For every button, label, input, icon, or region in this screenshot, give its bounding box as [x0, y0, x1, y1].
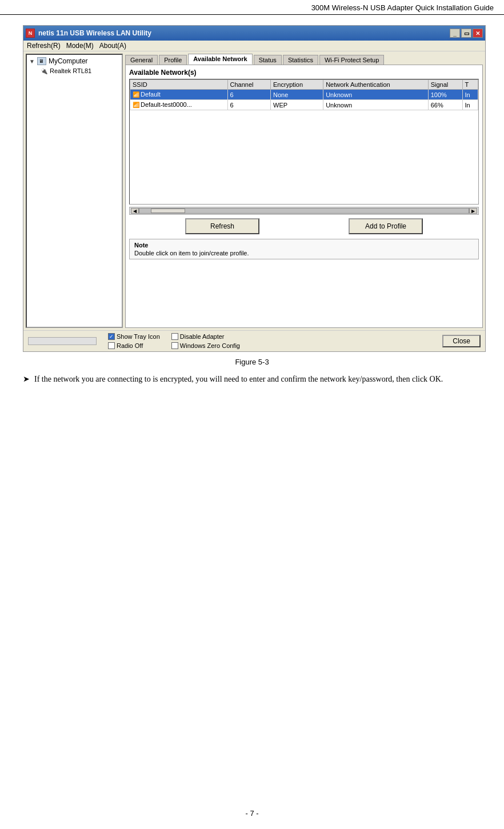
network-list-container[interactable]: SSID Channel Encryption Network Authenti… — [129, 79, 479, 205]
network-icon: 📶 — [133, 91, 139, 98]
tab-content-available-network: Available Network(s) SSID Channel Encryp… — [125, 65, 483, 328]
col-channel: Channel — [227, 80, 271, 90]
bullet-arrow: ➤ — [23, 374, 30, 384]
tree-leaf-icon: 🔌 — [41, 68, 47, 74]
cell-auth: Unknown — [323, 100, 429, 110]
wzc-label: Windows Zero Config — [180, 342, 240, 349]
bottom-bar: ✓ Show Tray Icon Radio Off Disable Adapt… — [23, 330, 485, 351]
cell-auth: Unknown — [323, 90, 429, 100]
tab-general[interactable]: General — [125, 55, 158, 65]
radio-off-option[interactable]: Radio Off — [108, 342, 160, 349]
page-header: 300M Wireless-N USB Adapter Quick Instal… — [0, 0, 504, 15]
tree-expand-icon: ▼ — [29, 58, 35, 65]
body-paragraph: ➤ If the network you are connecting to i… — [23, 373, 481, 391]
cell-type: In — [462, 90, 478, 100]
col-ssid: SSID — [130, 80, 228, 90]
horizontal-scrollbar[interactable]: ◀ ▶ — [129, 207, 479, 215]
tab-bar: General Profile Available Network Status… — [125, 54, 483, 65]
radio-off-label: Radio Off — [117, 342, 143, 349]
close-window-button[interactable]: ✕ — [473, 29, 483, 38]
tab-statistics[interactable]: Statistics — [283, 55, 318, 65]
table-row[interactable]: 📶Default 6 None Unknown 100% In — [130, 90, 478, 100]
tree-root-label: MyComputer — [49, 57, 88, 65]
cell-ssid: 📶Default — [130, 90, 228, 100]
table-row[interactable]: 📶Default-test0000... 6 WEP Unknown 66% I… — [130, 100, 478, 110]
tab-profile[interactable]: Profile — [159, 55, 187, 65]
menu-bar: Refresh(R) Mode(M) About(A) — [23, 41, 485, 51]
cell-signal: 66% — [428, 100, 462, 110]
cell-encryption: WEP — [271, 100, 323, 110]
note-title: Note — [134, 242, 474, 249]
cell-channel: 6 — [227, 90, 271, 100]
show-tray-icon-label: Show Tray Icon — [117, 333, 160, 340]
tree-child-item[interactable]: 🔌 Realtek RTL81 — [41, 67, 119, 74]
page-footer: - 7 - — [0, 809, 504, 818]
scroll-thumb[interactable] — [151, 209, 185, 213]
tree-root-item[interactable]: ▼ 🖥 MyComputer — [29, 57, 119, 65]
note-text: Double click on item to join/create prof… — [134, 250, 474, 257]
show-tray-icon-checkbox[interactable]: ✓ — [108, 333, 115, 340]
wzc-option[interactable]: Windows Zero Config — [171, 342, 240, 349]
screenshot-window: N netis 11n USB Wireless LAN Utility _ ▭… — [23, 25, 486, 352]
network-table: SSID Channel Encryption Network Authenti… — [130, 79, 478, 110]
cell-type: In — [462, 100, 478, 110]
restore-button[interactable]: ▭ — [461, 29, 471, 38]
cell-signal: 100% — [428, 90, 462, 100]
action-buttons: Refresh Add to Profile — [129, 215, 479, 238]
col-auth: Network Authentication — [323, 80, 429, 90]
col-encryption: Encryption — [271, 80, 323, 90]
col-signal: Signal — [428, 80, 462, 90]
close-button[interactable]: Close — [442, 335, 481, 347]
note-section: Note Double click on item to join/create… — [129, 239, 479, 259]
disable-adapter-label: Disable Adapter — [180, 333, 225, 340]
disable-adapter-checkbox[interactable] — [171, 333, 178, 340]
cell-ssid: 📶Default-test0000... — [130, 100, 228, 110]
wzc-checkbox[interactable] — [171, 342, 178, 349]
show-tray-icon-option[interactable]: ✓ Show Tray Icon — [108, 333, 160, 340]
window-titlebar: N netis 11n USB Wireless LAN Utility _ ▭… — [23, 26, 485, 41]
menu-refresh[interactable]: Refresh(R) — [27, 42, 61, 50]
right-panel: General Profile Available Network Status… — [125, 54, 483, 328]
cell-channel: 6 — [227, 100, 271, 110]
available-networks-title: Available Network(s) — [129, 69, 479, 77]
col-type: T — [462, 80, 478, 90]
bottom-scrollbar[interactable] — [28, 337, 97, 345]
disable-adapter-option[interactable]: Disable Adapter — [171, 333, 240, 340]
network-icon: 📶 — [133, 102, 139, 109]
computer-icon: 🖥 — [37, 57, 46, 65]
cell-encryption: None — [271, 90, 323, 100]
tree-child-label: Realtek RTL81 — [50, 67, 91, 74]
add-to-profile-button[interactable]: Add to Profile — [349, 218, 423, 234]
window-title: netis 11n USB Wireless LAN Utility — [38, 29, 450, 37]
menu-about[interactable]: About(A) — [99, 42, 126, 50]
figure-caption: Figure 5-3 — [23, 358, 481, 366]
tab-status[interactable]: Status — [254, 55, 282, 65]
menu-mode[interactable]: Mode(M) — [66, 42, 94, 50]
radio-off-checkbox[interactable] — [108, 342, 115, 349]
scroll-track[interactable] — [139, 208, 469, 214]
window-controls: _ ▭ ✕ — [450, 29, 483, 38]
tab-available-network[interactable]: Available Network — [188, 54, 252, 65]
device-tree: ▼ 🖥 MyComputer 🔌 Realtek RTL81 — [26, 54, 123, 328]
refresh-button[interactable]: Refresh — [185, 218, 259, 234]
scroll-right-button[interactable]: ▶ — [469, 208, 477, 214]
scroll-left-button[interactable]: ◀ — [131, 208, 139, 214]
tab-wifi-protect[interactable]: Wi-Fi Protect Setup — [319, 55, 384, 65]
window-content: ▼ 🖥 MyComputer 🔌 Realtek RTL81 General P… — [23, 51, 485, 330]
minimize-button[interactable]: _ — [450, 29, 460, 38]
body-text: If the network you are connecting to is … — [34, 373, 443, 386]
app-icon: N — [26, 29, 35, 38]
